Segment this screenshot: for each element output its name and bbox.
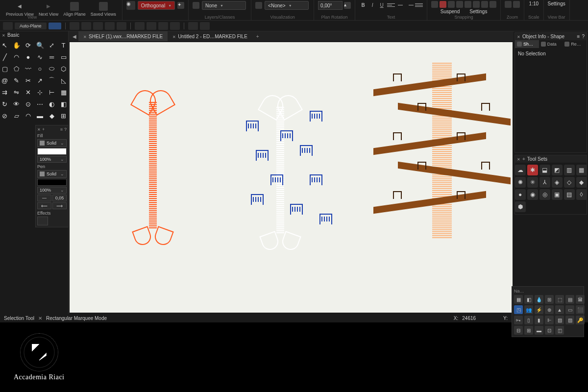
nav-icon-19[interactable]: ▧: [555, 316, 564, 324]
toolset-12[interactable]: ▤: [564, 189, 575, 200]
toolset-8[interactable]: ●: [515, 189, 526, 200]
close-icon[interactable]: [517, 156, 520, 162]
align-justify-button[interactable]: [415, 1, 423, 9]
oval-tool[interactable]: ⬭: [47, 63, 57, 74]
rect-tool[interactable]: ▭: [58, 51, 69, 62]
nav-icon-24[interactable]: ▬: [535, 326, 543, 335]
nav-icon-13[interactable]: ▭: [565, 305, 574, 314]
more-6-tool[interactable]: ◠: [23, 110, 34, 121]
nav-icon-6[interactable]: ▤: [565, 295, 574, 304]
help-icon[interactable]: ?: [582, 34, 585, 39]
toolset-detailing[interactable]: ◩: [552, 165, 563, 175]
close-icon[interactable]: [83, 34, 87, 39]
line-start-marker[interactable]: ⟵: [37, 202, 51, 209]
add-tab-button[interactable]: +: [252, 34, 263, 39]
nav-icon-11[interactable]: ⊕: [545, 305, 554, 314]
nav-icon-9[interactable]: 👥: [524, 305, 533, 314]
tab-untitled-2[interactable]: Untitled 2 - ED…MARKED FILE: [168, 31, 252, 41]
nav-icon-26[interactable]: ◫: [555, 326, 564, 335]
nav-icon-5[interactable]: ⬚: [555, 295, 564, 304]
trim-tool[interactable]: ⊹: [35, 87, 46, 98]
zoom-in-button[interactable]: [505, 1, 512, 8]
rotation-stepper[interactable]: ▴: [344, 2, 351, 9]
toolset-13[interactable]: ◊: [576, 189, 587, 200]
scale-value[interactable]: 1:10: [529, 1, 539, 6]
next-view-button[interactable]: Next View: [37, 1, 60, 18]
mode-icon-5[interactable]: [117, 22, 126, 30]
layers-icon[interactable]: [193, 2, 199, 9]
align-left-button[interactable]: [387, 1, 395, 9]
visibility-tool[interactable]: 👁: [11, 98, 22, 109]
arc-tool[interactable]: ◠: [11, 51, 22, 62]
fill-type-dropdown[interactable]: Solid: [37, 139, 67, 147]
mode-icon-1[interactable]: [70, 22, 79, 30]
toolset-building-shell[interactable]: ☁: [515, 165, 526, 175]
toolset-5[interactable]: ◈: [552, 177, 563, 188]
nav-icon-22[interactable]: ⊟: [514, 326, 523, 335]
zoom-tool[interactable]: 🔍: [35, 40, 46, 50]
chamfer-tool[interactable]: ◺: [58, 75, 69, 86]
mode-icon-6[interactable]: [135, 22, 145, 30]
nav-icon-4[interactable]: ⊞: [545, 295, 554, 304]
snap-8-button[interactable]: [490, 1, 496, 8]
bold-button[interactable]: B: [359, 1, 367, 9]
visualization-icon[interactable]: [255, 2, 262, 9]
italic-button[interactable]: I: [368, 1, 376, 9]
pen-type-dropdown[interactable]: Solid: [37, 170, 67, 178]
nav-icon-12[interactable]: ▲: [555, 305, 564, 314]
close-icon[interactable]: [517, 34, 520, 39]
nav-icon-18[interactable]: ⊩: [545, 316, 554, 324]
offset-tool[interactable]: ⇉: [0, 87, 10, 98]
rotate-tool[interactable]: ↻: [0, 98, 10, 109]
tab-shelf-file[interactable]: SHELF (1).vwx…RMARKED FILE: [78, 31, 168, 41]
nav-icon-3[interactable]: 💧: [535, 295, 543, 304]
mirror-tool[interactable]: ⇋: [11, 87, 22, 98]
menu-icon[interactable]: ≡: [577, 34, 580, 39]
object-info-tab-shape[interactable]: Sh…: [515, 40, 539, 48]
snap-1-button[interactable]: [431, 1, 438, 8]
attr-mapping-tool[interactable]: ▦: [58, 87, 69, 98]
clip-tool[interactable]: ✂: [23, 75, 34, 86]
nav-icon-15[interactable]: 🗝: [514, 316, 523, 324]
toolset-10[interactable]: ◎: [539, 189, 550, 200]
plan-rotation-input[interactable]: [318, 1, 343, 10]
nav-icon-16[interactable]: ▯: [524, 316, 533, 324]
regular-poly-tool[interactable]: ⬡: [58, 63, 69, 74]
fill-color-swatch[interactable]: [37, 148, 67, 155]
layers-dropdown[interactable]: None: [202, 1, 246, 10]
text-tool[interactable]: T: [58, 40, 69, 50]
snap-suspend-label[interactable]: Suspend: [441, 9, 460, 14]
fill-opacity-dropdown[interactable]: 100%: [37, 156, 67, 163]
help-icon[interactable]: ?: [64, 127, 67, 132]
circle-tool[interactable]: ○: [35, 63, 46, 74]
line-style-dropdown[interactable]: —: [37, 195, 51, 201]
more-8-tool[interactable]: ◆: [47, 110, 57, 121]
locus-tool[interactable]: ⊙: [23, 98, 34, 109]
flyover-tool[interactable]: ⟳: [23, 40, 34, 50]
nav-icon-1[interactable]: ▦: [514, 295, 523, 304]
toolset-3[interactable]: ✳: [527, 177, 538, 188]
mode-icon-2[interactable]: [81, 22, 91, 30]
snap-6-button[interactable]: [473, 1, 480, 8]
align-right-button[interactable]: [406, 1, 414, 9]
pen-opacity-dropdown[interactable]: 100%: [37, 187, 67, 194]
nav-icon-10[interactable]: ⚡: [535, 305, 543, 314]
drop-shadow-toggle[interactable]: [37, 217, 48, 225]
auto-plane-toggle[interactable]: Auto-Plane: [15, 23, 47, 29]
mode-icon-3[interactable]: [93, 22, 103, 30]
palette-add-icon[interactable]: +: [42, 127, 45, 132]
polyline-tool[interactable]: 〰: [23, 63, 34, 74]
toolset-2[interactable]: ✺: [515, 177, 526, 188]
mode-icon-8[interactable]: [158, 22, 168, 30]
cube-icon[interactable]: ◉: [126, 1, 135, 10]
more-3-tool[interactable]: ◧: [58, 98, 69, 109]
fillet-tool[interactable]: ⌒: [47, 75, 57, 86]
zoom-out-button[interactable]: [513, 1, 520, 8]
axis-icon[interactable]: ✦: [177, 2, 184, 9]
more-5-tool[interactable]: ▱: [11, 110, 22, 121]
nav-icon-14[interactable]: ⬛: [576, 305, 585, 314]
nav-icon-17[interactable]: ▮: [535, 316, 543, 324]
reshape-tool[interactable]: ↗: [35, 75, 46, 86]
close-icon[interactable]: [2, 32, 5, 38]
mode-icon-7[interactable]: [147, 22, 156, 30]
